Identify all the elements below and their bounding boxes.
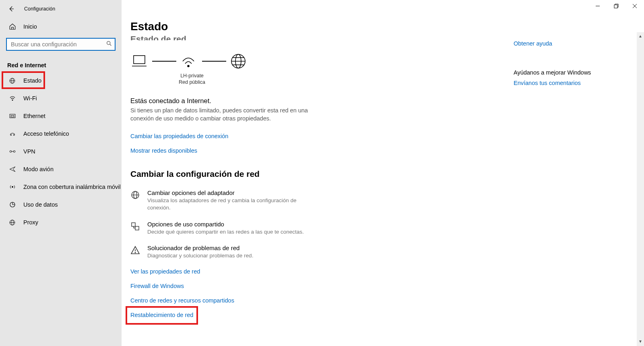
scroll-down-icon[interactable]: ▼ xyxy=(638,338,642,345)
svg-rect-14 xyxy=(614,5,617,8)
ethernet-icon xyxy=(9,112,18,120)
window-title: Configuración xyxy=(24,6,55,12)
change-settings-header: Cambiar la configuración de red xyxy=(130,169,635,179)
help-panel: Obtener ayuda Ayúdanos a mejorar Windows… xyxy=(514,34,598,86)
link-network-properties[interactable]: Ver las propiedades de red xyxy=(130,268,200,275)
option-desc: Decide qué quieres compartir en las rede… xyxy=(147,228,304,236)
svg-point-7 xyxy=(13,135,14,136)
link-show-available-networks[interactable]: Mostrar redes disponibles xyxy=(130,147,197,154)
settings-sidebar: Configuración Inicio Red e Internet Esta… xyxy=(0,0,122,346)
data-usage-icon xyxy=(9,201,18,208)
option-desc: Diagnosticar y solucionar problemas de r… xyxy=(147,252,253,259)
option-title: Opciones de uso compartido xyxy=(147,221,304,228)
link-network-sharing-center[interactable]: Centro de redes y recursos compartidos xyxy=(130,297,234,304)
sidebar-section-title: Red e Internet xyxy=(7,62,122,68)
adapter-icon xyxy=(130,190,142,200)
sidebar-item-label: Ethernet xyxy=(23,113,45,119)
sidebar-item-proxy[interactable]: Proxy xyxy=(0,213,122,231)
maximize-button[interactable] xyxy=(607,0,625,12)
link-windows-firewall[interactable]: Firewall de Windows xyxy=(130,283,184,289)
svg-rect-4 xyxy=(10,114,15,118)
back-arrow-icon xyxy=(8,5,15,12)
vpn-icon xyxy=(9,148,18,155)
connection-status-title: Estás conectado a Internet. xyxy=(130,97,316,105)
svg-point-6 xyxy=(10,135,12,136)
svg-point-16 xyxy=(188,65,189,67)
link-get-help[interactable]: Obtener ayuda xyxy=(514,40,598,47)
sidebar-item-label: Estado xyxy=(23,77,41,84)
sidebar-item-airplane[interactable]: Modo avión xyxy=(0,160,122,178)
globe-icon xyxy=(9,77,18,84)
network-ssid: LH-private xyxy=(165,73,219,79)
option-adapter[interactable]: Cambiar opciones del adaptador Visualiza… xyxy=(130,189,316,211)
wifi-icon xyxy=(9,95,18,102)
sidebar-item-wifi[interactable]: Wi-Fi xyxy=(0,89,122,107)
sidebar-item-label: VPN xyxy=(23,148,35,155)
airplane-icon xyxy=(9,166,18,173)
minimize-button[interactable] xyxy=(588,0,607,12)
improve-windows-label: Ayúdanos a mejorar Windows xyxy=(514,69,598,76)
option-desc: Visualiza los adaptadores de red y cambi… xyxy=(147,197,316,211)
sidebar-item-dialup[interactable]: Acceso telefónico xyxy=(0,125,122,143)
sharing-icon xyxy=(130,222,142,231)
close-icon xyxy=(632,4,637,8)
svg-point-23 xyxy=(135,252,136,253)
search-input[interactable] xyxy=(6,38,116,51)
close-button[interactable] xyxy=(625,0,644,12)
option-title: Solucionador de problemas de red xyxy=(147,244,253,251)
scroll-up-icon[interactable]: ▲ xyxy=(638,32,642,40)
globe-large-icon xyxy=(230,53,248,69)
connection-status-desc: Si tienes un plan de datos limitado, pue… xyxy=(130,106,316,123)
hotspot-icon xyxy=(9,183,18,191)
sidebar-item-label: Wi-Fi xyxy=(23,95,37,102)
svg-point-10 xyxy=(12,186,13,188)
warning-icon xyxy=(130,245,142,255)
sidebar-home[interactable]: Inicio xyxy=(0,18,122,35)
back-button[interactable] xyxy=(7,5,15,12)
sidebar-item-label: Proxy xyxy=(23,219,38,226)
proxy-icon xyxy=(9,219,18,226)
home-icon xyxy=(9,23,18,30)
option-sharing[interactable]: Opciones de uso compartido Decide qué qu… xyxy=(130,221,316,236)
sidebar-item-status[interactable]: Estado xyxy=(0,72,122,89)
link-network-reset[interactable]: Restablecimiento de red xyxy=(130,312,193,318)
sidebar-item-label: Modo avión xyxy=(23,166,54,172)
option-troubleshoot[interactable]: Solucionador de problemas de red Diagnos… xyxy=(130,244,316,259)
diagram-label: LH-private Red pública xyxy=(165,73,219,86)
svg-rect-5 xyxy=(11,116,14,117)
minimize-icon xyxy=(595,4,600,8)
sidebar-item-label: Acceso telefónico xyxy=(23,131,69,137)
sidebar-item-label: Zona con cobertura inalámbrica móvil xyxy=(23,184,121,190)
sidebar-item-ethernet[interactable]: Ethernet xyxy=(0,107,122,125)
link-change-connection-props[interactable]: Cambiar las propiedades de conexión xyxy=(130,133,228,139)
sidebar-item-datausage[interactable]: Uso de datos xyxy=(0,196,122,213)
wifi-signal-icon xyxy=(180,54,198,68)
option-title: Cambiar opciones del adaptador xyxy=(147,189,316,196)
link-send-feedback[interactable]: Envíanos tus comentarios xyxy=(514,80,598,86)
sidebar-item-hotspot[interactable]: Zona con cobertura inalámbrica móvil xyxy=(0,178,122,196)
svg-point-3 xyxy=(12,100,13,101)
svg-rect-21 xyxy=(132,223,135,226)
page-title: Estado xyxy=(130,20,635,33)
network-type: Red pública xyxy=(165,79,219,85)
svg-point-9 xyxy=(13,151,15,153)
laptop-icon xyxy=(130,54,148,68)
sidebar-home-label: Inicio xyxy=(23,23,37,30)
truncated-text xyxy=(514,34,598,36)
sidebar-item-vpn[interactable]: VPN xyxy=(0,143,122,160)
svg-rect-15 xyxy=(134,56,145,64)
dialup-icon xyxy=(9,130,18,137)
vertical-scrollbar[interactable]: ▲ ▼ xyxy=(637,32,644,346)
sidebar-item-label: Uso de datos xyxy=(23,201,58,208)
svg-rect-22 xyxy=(135,226,139,230)
maximize-icon xyxy=(614,4,619,8)
svg-point-8 xyxy=(10,151,12,153)
main-content: Estado Estado de red LH-private Red pú xyxy=(122,0,644,346)
